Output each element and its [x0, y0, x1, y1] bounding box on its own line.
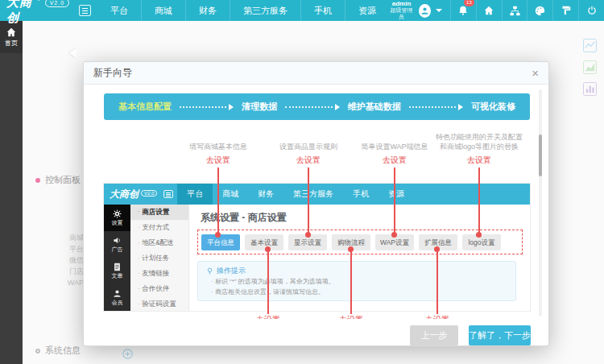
annotation-text: 和商城logo等图片的替换	[413, 142, 546, 151]
app-logo[interactable]: 大商创 ® V2.0	[6, 0, 69, 26]
system-info-header: 系统信息	[35, 345, 81, 357]
dotted-arrow-icon	[285, 104, 339, 110]
registered-mark: ®	[36, 0, 41, 2]
menu-item-platform[interactable]: 平台	[97, 0, 141, 21]
logout-button[interactable]	[578, 0, 604, 21]
faint-item: 微信	[45, 254, 84, 266]
home-button[interactable]	[476, 0, 502, 21]
step-visual-decorate: 可视化装修	[471, 101, 515, 113]
mini-menu-mobile: 手机	[343, 184, 379, 205]
mini-menu-resource: 资源	[379, 184, 414, 205]
dotted-arrow-icon	[409, 104, 463, 110]
goto-settings-link[interactable]: 去设置	[467, 155, 491, 166]
gear-icon	[113, 209, 122, 218]
next-step-button[interactable]: 了解了，下一步	[469, 325, 531, 345]
bar-chart-icon	[583, 82, 597, 96]
mini-nav-articles: 文章	[104, 258, 130, 284]
guide-line	[436, 250, 438, 314]
sitemap-icon	[510, 6, 520, 16]
main-menu: 平台 商城 财务 第三方服务 手机 资源	[97, 0, 389, 21]
active-nav-notch	[69, 48, 77, 58]
mini-side-item: 商店设置	[130, 205, 188, 220]
palette-icon	[535, 6, 545, 16]
mini-tab-platform-info: 平台信息	[201, 234, 240, 250]
theme-button[interactable]	[527, 0, 552, 21]
mini-tab-logo: logo设置	[462, 234, 501, 250]
mini-side-item: 地区&配送	[130, 235, 188, 250]
add-widget-button	[122, 348, 133, 362]
close-icon[interactable]: ×	[532, 67, 539, 79]
menu-item-resource[interactable]: 资源	[345, 0, 389, 21]
bell-icon	[458, 6, 468, 15]
lightbulb-icon	[206, 267, 213, 275]
goto-settings-link[interactable]: 去设置	[383, 155, 407, 166]
mini-side-item: 验证码设置	[130, 296, 188, 311]
menu-item-finance[interactable]: 财务	[185, 0, 230, 21]
guide-dot	[265, 246, 271, 252]
guide-line	[267, 250, 269, 314]
faint-item: 门店	[45, 266, 84, 277]
wizard-steps-banner: 基本信息配置 清理数据 维护基础数据 可视化装修	[104, 93, 530, 120]
panel-title: 控制面板	[45, 174, 81, 186]
modal-title: 新手向导	[93, 66, 532, 80]
tip-text: 标识 “*” 的选项为必填项，其余为选填项。	[206, 276, 507, 287]
goto-settings-link[interactable]: 去设置	[296, 155, 321, 166]
guide-dot	[476, 232, 482, 238]
mini-nav-label: 设置	[112, 219, 123, 227]
faint-item: 商城	[45, 232, 84, 243]
step-maintain-data: 维护基础数据	[348, 101, 401, 113]
guide-dot	[348, 246, 354, 252]
document-icon	[113, 263, 122, 271]
mini-nav-label: 广告	[112, 246, 123, 254]
home-icon	[484, 6, 494, 15]
left-sidebar: 首页	[0, 21, 23, 364]
mini-nav-label: 文章	[112, 272, 123, 280]
guide-dot	[305, 232, 311, 238]
tip-title: 操作提示	[217, 266, 246, 276]
avatar[interactable]	[419, 4, 431, 18]
chevron-down-icon[interactable]	[436, 9, 442, 12]
person-icon	[420, 6, 429, 15]
power-icon	[587, 6, 597, 15]
guide-line	[350, 250, 352, 314]
user-name: admin	[389, 1, 414, 7]
sidebar-item-home[interactable]: 首页	[0, 21, 23, 53]
mini-tab-basic: 基本设置	[245, 234, 283, 250]
system-info-title: 系统信息	[45, 345, 81, 357]
menu-toggle-icon[interactable]	[79, 5, 91, 16]
prev-step-button[interactable]: 上一步	[410, 325, 458, 345]
background-panel-header: 控制面板	[35, 174, 81, 186]
mini-side-menu: 商店设置 支付方式 地区&配送 计划任务 友情链接 合作伙伴 验证码设置	[130, 205, 189, 311]
step-basic-info: 基本信息配置	[118, 101, 172, 113]
user-info: admin 超级管理员	[389, 1, 414, 20]
paint-brush-icon	[561, 6, 571, 15]
mini-nav-ads: 广告	[104, 231, 130, 258]
mini-page-title: 系统设置 - 商店设置	[201, 211, 287, 225]
version-badge: V2.0	[45, 0, 69, 7]
mini-logo: 大商创 V2.0	[110, 188, 157, 201]
modal-scrollbar-track	[539, 89, 542, 316]
sitemap-button[interactable]	[502, 0, 527, 21]
ring-icon	[35, 349, 40, 354]
clipped-goto-link: 去设置	[425, 314, 449, 319]
guide-dot	[391, 232, 397, 238]
tip-header: 操作提示	[206, 266, 507, 276]
notifications-button[interactable]: 13	[450, 0, 476, 21]
menu-item-mobile[interactable]: 手机	[300, 0, 345, 21]
guide-line	[394, 168, 395, 235]
menu-item-thirdparty[interactable]: 第三方服务	[230, 0, 300, 21]
decorate-button[interactable]	[552, 0, 578, 21]
tip-text: 商店相关信息设置，请谨慎填写信息。	[206, 287, 507, 297]
mini-menu-finance: 财务	[248, 184, 283, 205]
dotted-arrow-icon	[180, 104, 234, 110]
mini-menu-thirdparty: 第三方服务	[283, 184, 343, 205]
line-chart-icon	[583, 39, 597, 52]
mini-version-badge: V2.0	[141, 190, 157, 196]
notification-count-badge: 13	[464, 0, 474, 6]
menu-item-mall[interactable]: 商城	[141, 0, 185, 21]
mini-topbar: 大商创 V2.0 平台 商城 财务 第三方服务 手机 资源	[104, 184, 530, 205]
background-faint-list: 商城 平台 微信 门店 WAP	[45, 232, 84, 288]
annotation-text: 特色功能使用的开关及配置	[413, 132, 546, 142]
screen: 大商创 ® V2.0 平台 商城 财务 第三方服务 手机 资源 admin 超级…	[0, 0, 604, 364]
goto-settings-link[interactable]: 去设置	[206, 155, 230, 166]
